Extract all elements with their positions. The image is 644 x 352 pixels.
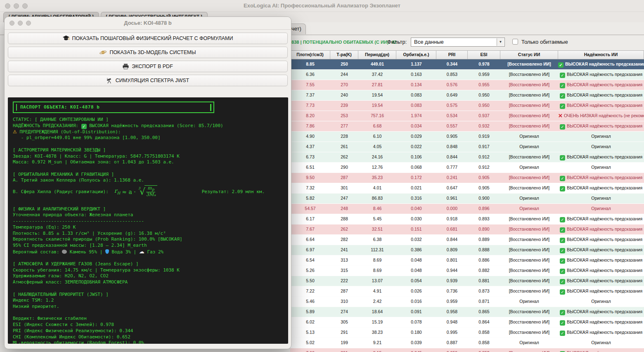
filter-dropdown[interactable]: Все данные ▼	[411, 38, 505, 47]
cell-ai-reliability: ✓ВЫСОКАЯ надёжность предсказания	[558, 152, 644, 162]
cell-ai-reliability: ✓ВЫСОКАЯ надёжность предсказания	[558, 255, 644, 265]
table-row[interactable]: 7.6726232.510.1510.6810.890[Восстановлен…	[290, 224, 644, 235]
table-row[interactable]: 7.323014.010.0210.6470.905[Восстановлено…	[290, 183, 644, 194]
table-row[interactable]: 5.8224786.830.3160.9610.900ОригиналОриги…	[290, 194, 644, 204]
terminal-line	[13, 200, 283, 206]
terminal-line	[13, 165, 283, 172]
cell-orbit: 0.030	[396, 214, 436, 224]
cell-density: 6.36	[290, 70, 330, 80]
table-row[interactable]: 6.0230515.190.0780.9480.864[Восстановлен…	[290, 317, 644, 328]
cell-temperature: 253	[330, 111, 358, 121]
table-row[interactable]: 8.20253757.161.9740.5340.937[Восстановле…	[290, 111, 644, 121]
cell-pri: 0.801	[436, 255, 468, 265]
cell-orbit: 0.172	[396, 173, 436, 183]
cell-pri: 0.944	[436, 266, 468, 276]
cell-esi: 0.905	[468, 183, 500, 193]
jwst-spectrum-simulation-button[interactable]: СИМУЛЯЦИЯ СПЕКТРА JWST	[8, 75, 288, 86]
cell-esi: 0.950	[468, 101, 500, 111]
column-header[interactable]: ESI	[468, 51, 500, 59]
cell-density: 7.67	[290, 224, 330, 234]
filter-dropdown-value: Все данные	[414, 39, 444, 45]
column-header[interactable]: Период(дн)	[358, 51, 396, 59]
habitable-only-checkbox[interactable]	[512, 39, 518, 45]
cell-pri: 0.853	[436, 70, 468, 80]
planets-table: Плотн(г/см3)Т-ра(K)Период(дн)Орбита(а.е.…	[290, 50, 644, 352]
cell-density: 6.54	[290, 255, 330, 265]
table-row[interactable]: 5.1329138.230.1800.9950.858[Восстановлен…	[290, 328, 644, 338]
cell-ai-status: [Восстановлено ИИ]	[500, 152, 558, 162]
table-row[interactable]: 7.222874.910.0260.7360.873[Восстановлено…	[290, 286, 644, 297]
table-row[interactable]: 5.8927418.640.0910.9580.865[Восстановлен…	[290, 307, 644, 317]
cell-esi: 0.912	[468, 152, 500, 162]
table-row[interactable]: 5.5022213.070.0540.9390.881[Восстановлен…	[290, 276, 644, 286]
cell-orbit: 0.068	[396, 163, 436, 172]
cell-period: 32.51	[358, 224, 396, 234]
table-row[interactable]: 6.172885.450.0300.9180.893[Восстановлено…	[290, 214, 644, 224]
cell-density: 6.64	[290, 235, 330, 245]
cell-temperature: 228	[330, 132, 358, 142]
terminal-line: [ ОРБИТАЛЬНАЯ МЕХАНИКА И ГРАВИТАЦИЯ ]	[13, 172, 283, 178]
table-row[interactable]: 6.5129012.760.0680.7770.912ОригиналОриги…	[290, 163, 644, 173]
terminal-line: Низкий приоритет.	[13, 304, 283, 310]
check-icon: ✓	[560, 248, 565, 253]
table-row[interactable]: 7.3724019.540.0830.6490.950[Восстановлен…	[290, 90, 644, 101]
cell-ai-status: Оригинал	[500, 338, 558, 348]
column-header[interactable]: Т-ра(K)	[330, 51, 358, 59]
cell-period: 8.69	[358, 266, 396, 276]
cell-period: 8.46	[358, 204, 396, 214]
check-icon: ✓	[560, 186, 565, 191]
cell-pri: 0.844	[436, 152, 468, 162]
table-row[interactable]: 54.572488.460.0400.0000.896ОригиналОриги…	[290, 204, 644, 214]
export-pdf-button[interactable]: ЭКСПОРТ В PDF	[8, 61, 288, 72]
column-header[interactable]: Надёжность ИИ	[558, 51, 644, 59]
cell-esi: 0.978	[468, 59, 500, 69]
cell-ai-status: [Восстановлено ИИ]	[500, 214, 558, 224]
table-row[interactable]: 5.263158.690.0480.9440.882[Восстановлено…	[290, 266, 644, 276]
cell-orbit: 0.134	[396, 80, 436, 90]
cell-orbit: 0.029	[396, 132, 436, 142]
show-3d-model-button[interactable]: ПОКАЗАТЬ 3D-МОДЕЛЬ СИСТЕМЫ	[8, 47, 288, 58]
table-row[interactable]: 7.862776.680.0340.5570.932[Восстановлено…	[290, 121, 644, 132]
show-physics-calculation-button[interactable]: ПОКАЗАТЬ ПОШАГОВЫЙ ФИЗИЧЕСКИЙ РАСЧЕТ С Ф…	[8, 33, 288, 44]
main-window: ExoLogica AI: Профессиональный Анализато…	[0, 0, 644, 352]
terminal-line: 95% CI предсказанной массы: [1.28 — 2.34…	[13, 243, 283, 249]
table-row[interactable]: 9.5028735.230.1720.2410.905[Восстановлен…	[290, 173, 644, 183]
column-header[interactable]: Орбита(а.е.)	[396, 51, 436, 59]
cell-density: 7.55	[290, 80, 330, 90]
table-row[interactable]: 6.642826.380.0320.8440.889[Восстановлено…	[290, 235, 644, 245]
table-row[interactable]: 6.543138.690.0480.8010.886[Восстановлено…	[290, 255, 644, 266]
table-row[interactable]: 4.902286.100.0290.9050.919ОригиналОригин…	[290, 132, 644, 142]
cell-ai-reliability: ✓ВЫСОКАЯ надёжность предсказания	[558, 183, 644, 193]
column-header[interactable]: Статус ИИ	[500, 51, 558, 59]
cell-period: 86.83	[358, 194, 396, 203]
cell-ai-reliability: ✓ВЫСОКАЯ надёжность предсказания	[558, 235, 644, 245]
table-row[interactable]: 6.3624437.420.1630.8530.959[Восстановлен…	[290, 70, 644, 80]
cell-temperature: 290	[330, 163, 358, 172]
column-header[interactable]: PRI	[436, 51, 468, 59]
table-row[interactable]: 8.85250449.011.1370.3440.978[Восстановле…	[290, 59, 644, 70]
check-icon: ✓	[560, 104, 565, 109]
table-row[interactable]: 6.97241112.310.3860.8090.888[Восстановле…	[290, 245, 644, 255]
cell-orbit: 0.386	[396, 245, 436, 255]
graduation-cap-icon	[63, 35, 69, 41]
table-row[interactable]: 4.372614.050.0220.8480.917ОригиналОригин…	[290, 142, 644, 152]
cell-orbit: 0.151	[396, 224, 436, 234]
cell-ai-reliability: ✓ВЫСОКАЯ надёжность предсказания	[558, 348, 644, 352]
cell-orbit: 0.091	[396, 307, 436, 317]
cell-pri: 0.681	[436, 224, 468, 234]
table-row[interactable]: 6.7326224.160.1060.8440.912[Восстановлен…	[290, 152, 644, 163]
cell-ai-reliability: Оригинал	[558, 297, 644, 307]
table-row[interactable]: 5.021999.210.0390.8870.858ОригиналОригин…	[290, 338, 644, 348]
cell-ai-status: Оригинал	[500, 194, 558, 203]
table-row[interactable]: 7.7323919.540.0830.5750.950[Восстановлен…	[290, 101, 644, 111]
table-row[interactable]: 7.5527027.810.1340.5760.955[Восстановлен…	[290, 80, 644, 90]
cell-ai-reliability: ✓ВЫСОКАЯ надёжность предсказания	[558, 80, 644, 90]
table-row[interactable]: 7.603018.150.0450.6590.852[Восстановлено…	[290, 348, 644, 352]
cell-period: 35.23	[358, 173, 396, 183]
column-header[interactable]: Плотн(г/см3)	[290, 51, 330, 59]
table-row[interactable]: 5.463102.420.0160.9590.871ОригиналОригин…	[290, 297, 644, 307]
cell-ai-status: [Восстановлено ИИ]	[500, 90, 558, 100]
cell-ai-reliability: Оригинал	[558, 338, 644, 348]
cell-ai-reliability: Оригинал	[558, 194, 644, 203]
cell-orbit: 0.022	[396, 142, 436, 152]
